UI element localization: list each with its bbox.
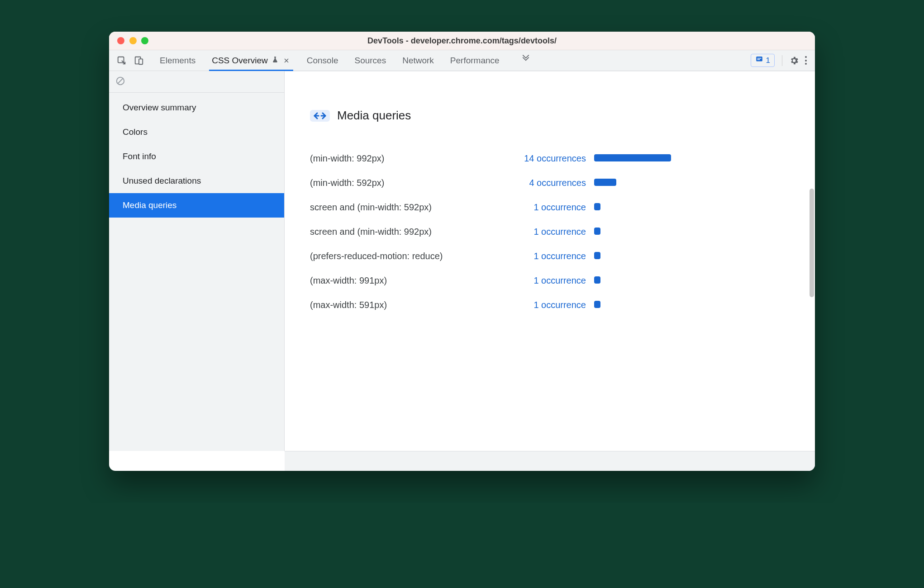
clear-overview-icon[interactable]	[115, 76, 125, 88]
media-query-row: screen and (min-width: 992px)1 occurrenc…	[310, 219, 790, 244]
occurrence-bar-wrap	[586, 202, 676, 213]
sidebar-item-label: Font info	[123, 152, 156, 161]
tab-label: Network	[402, 56, 434, 66]
media-query-text: (prefers-reduced-motion: reduce)	[310, 251, 509, 261]
occurrence-link[interactable]: 1 occurrence	[509, 300, 586, 310]
svg-rect-3	[756, 57, 762, 62]
tab-label: Performance	[450, 56, 500, 66]
sidebar-items: Overview summary Colors Font info Unused…	[109, 93, 284, 218]
media-query-row: (max-width: 591px)1 occurrence	[310, 293, 790, 317]
occurrence-link[interactable]: 1 occurrence	[509, 227, 586, 237]
sidebar-item-label: Colors	[123, 127, 148, 137]
tab-label: Console	[307, 56, 338, 66]
occurrence-link[interactable]: 1 occurrence	[509, 202, 586, 213]
vertical-scrollbar[interactable]	[810, 189, 814, 297]
tab-css-overview[interactable]: CSS Overview	[212, 50, 291, 71]
devtools-window: DevTools - developer.chrome.com/tags/dev…	[109, 32, 815, 471]
media-query-text: (min-width: 592px)	[310, 178, 509, 188]
tab-elements[interactable]: Elements	[160, 50, 195, 71]
svg-rect-4	[757, 58, 761, 59]
occurrence-link[interactable]: 1 occurrence	[509, 275, 586, 286]
occurrence-bar	[594, 301, 600, 308]
toolbar-divider	[782, 55, 782, 66]
tab-console[interactable]: Console	[307, 50, 338, 71]
occurrence-bar	[594, 203, 600, 210]
media-query-text: screen and (min-width: 592px)	[310, 202, 509, 213]
overview-main: Media queries (min-width: 992px)14 occur…	[285, 71, 815, 451]
occurrence-bar	[594, 154, 671, 161]
occurrence-bar	[594, 276, 600, 284]
occurrence-link[interactable]: 1 occurrence	[509, 251, 586, 261]
issues-count: 1	[766, 56, 770, 65]
tab-performance[interactable]: Performance	[450, 50, 500, 71]
section-header: Media queries	[310, 109, 790, 123]
overview-sidebar: Overview summary Colors Font info Unused…	[109, 71, 285, 451]
drawer-strip[interactable]	[285, 451, 815, 471]
inspect-element-icon[interactable]	[114, 53, 129, 68]
experiment-flask-icon	[271, 56, 279, 66]
media-query-text: (max-width: 591px)	[310, 300, 509, 310]
section-title: Media queries	[337, 109, 411, 123]
media-query-text: (min-width: 992px)	[310, 153, 509, 164]
main-menu-icon[interactable]	[802, 56, 810, 65]
panel-body: Overview summary Colors Font info Unused…	[109, 71, 815, 451]
tab-network[interactable]: Network	[402, 50, 434, 71]
media-queries-icon	[310, 110, 330, 122]
media-query-row: (min-width: 992px)14 occurrences	[310, 146, 790, 171]
window-titlebar: DevTools - developer.chrome.com/tags/dev…	[109, 32, 815, 50]
tab-label: CSS Overview	[212, 56, 268, 66]
sidebar-item-label: Media queries	[123, 200, 176, 210]
issues-icon	[755, 55, 763, 66]
sidebar-item-label: Overview summary	[123, 103, 196, 112]
media-query-row: (max-width: 991px)1 occurrence	[310, 268, 790, 293]
media-query-text: (max-width: 991px)	[310, 275, 509, 286]
device-toolbar-icon[interactable]	[132, 53, 146, 68]
occurrence-bar	[594, 228, 600, 235]
devtools-toolbar: Elements CSS Overview Console Sources Ne…	[109, 50, 815, 71]
occurrence-bar	[594, 179, 616, 186]
tab-label: Elements	[160, 56, 195, 66]
panel-tabs: Elements CSS Overview Console Sources Ne…	[160, 50, 532, 71]
sidebar-item-unused-declarations[interactable]: Unused declarations	[109, 169, 284, 193]
media-query-list: (min-width: 992px)14 occurrences(min-wid…	[310, 146, 790, 317]
tab-sources[interactable]: Sources	[354, 50, 386, 71]
occurrence-bar-wrap	[586, 227, 676, 237]
media-query-row: (prefers-reduced-motion: reduce)1 occurr…	[310, 244, 790, 268]
window-title: DevTools - developer.chrome.com/tags/dev…	[109, 36, 815, 46]
media-query-row: screen and (min-width: 592px)1 occurrenc…	[310, 195, 790, 219]
svg-rect-5	[757, 59, 760, 60]
sidebar-toolbar	[109, 71, 284, 93]
occurrence-bar-wrap	[586, 153, 676, 164]
media-query-text: screen and (min-width: 992px)	[310, 227, 509, 237]
occurrence-bar-wrap	[586, 251, 676, 261]
sidebar-item-overview-summary[interactable]: Overview summary	[109, 95, 284, 120]
settings-gear-icon[interactable]	[787, 53, 801, 68]
media-query-row: (min-width: 592px)4 occurrences	[310, 171, 790, 195]
occurrence-link[interactable]: 14 occurrences	[509, 153, 586, 164]
tab-label: Sources	[354, 56, 386, 66]
issues-counter[interactable]: 1	[751, 54, 775, 67]
occurrence-bar-wrap	[586, 275, 676, 286]
sidebar-item-media-queries[interactable]: Media queries	[109, 193, 284, 218]
occurrence-link[interactable]: 4 occurrences	[509, 178, 586, 188]
close-tab-icon[interactable]	[282, 57, 291, 65]
svg-rect-2	[139, 59, 143, 64]
sidebar-item-label: Unused declarations	[123, 176, 201, 185]
occurrence-bar-wrap	[586, 178, 676, 188]
occurrence-bar	[594, 252, 600, 259]
sidebar-item-font-info[interactable]: Font info	[109, 144, 284, 169]
occurrence-bar-wrap	[586, 300, 676, 310]
more-tabs-icon[interactable]	[519, 50, 532, 63]
sidebar-item-colors[interactable]: Colors	[109, 120, 284, 144]
